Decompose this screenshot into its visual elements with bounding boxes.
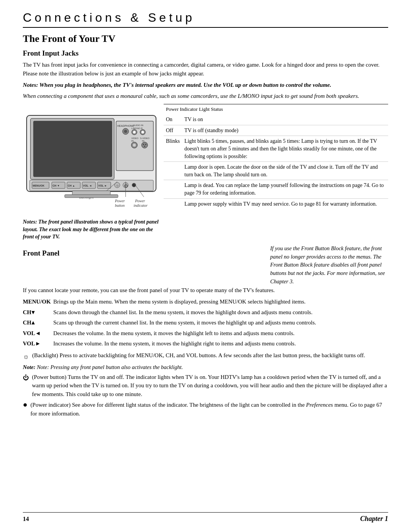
power-btn-row: ⏻ (Power button) Turns the TV on and off…: [23, 373, 388, 399]
svg-text:Power: Power: [135, 199, 145, 203]
section1-note1: Notes: When you plug in headphones, the …: [23, 81, 388, 89]
def-item: VOL► Increases the volume. In the menu s…: [23, 339, 388, 348]
power-table-container: Power Indicator Light Status OnTV is onO…: [164, 104, 388, 209]
backlight-icon: ☼: [23, 351, 29, 362]
def-list: MENU/OK Brings up the Main menu. When th…: [23, 297, 388, 348]
svg-point-12: [142, 131, 144, 134]
svg-point-20: [143, 144, 144, 145]
def-desc: Brings up the Main menu. When the menu s…: [53, 297, 388, 306]
front-panel-text-col: Front Panel: [23, 244, 265, 286]
def-desc: Decreases the volume. In the menu system…: [53, 329, 388, 338]
section1-note2: When connecting a component that uses a …: [23, 92, 388, 101]
svg-text:button: button: [115, 203, 125, 208]
power-table-title: Power Indicator Light Status: [164, 104, 388, 115]
svg-point-22: [144, 146, 145, 147]
backlight-desc: (Backlight) Press to activate backlighti…: [32, 351, 365, 360]
power-table-row: OnTV is on: [164, 114, 388, 125]
power-desc-cell: Lamp door is open. Locate the door on th…: [182, 162, 388, 180]
svg-point-16: [133, 144, 136, 147]
power-table-row: Lamp is dead. You can replace the lamp y…: [164, 180, 388, 198]
middle-section: HEADPHONE AUDIO IN L/MONO R VIDEO IN S: [23, 104, 388, 241]
front-panel-layout: Front Panel If you use the Front Button …: [23, 244, 388, 286]
svg-text:MENU/OK: MENU/OK: [33, 184, 45, 187]
power-table-row: Lamp power supply within TV may need ser…: [164, 198, 388, 209]
svg-rect-2: [33, 121, 112, 177]
svg-text:VOL ◄: VOL ◄: [83, 184, 92, 187]
power-status-cell: Off: [164, 125, 182, 136]
svg-text:L/MONO   R: L/MONO R: [131, 127, 143, 129]
power-status-cell: [164, 180, 182, 198]
svg-text:IN: IN: [131, 140, 134, 142]
power-btn-icon: ⏻: [23, 373, 29, 382]
def-desc: Increases the volume. In the menu system…: [53, 339, 388, 348]
svg-text:VIDEO: VIDEO: [131, 137, 139, 139]
power-indicator-table: Power Indicator Light Status OnTV is onO…: [164, 104, 388, 209]
backlight-note: Note: Note: Pressing any front panel but…: [23, 364, 388, 371]
footer: 14 Chapter 1: [23, 512, 388, 523]
backlight-label: (Backlight): [32, 352, 58, 358]
page-title: The Front of Your TV: [23, 33, 388, 45]
svg-rect-48: [65, 195, 118, 198]
section2-heading: Front Panel: [23, 249, 265, 257]
power-ind-label: (Power indicator): [30, 402, 70, 408]
header-section: Connections & Setup: [23, 0, 388, 28]
power-ind-icon: ●: [23, 401, 27, 408]
power-table-row: BlinksLight blinks 5 times, pauses, and …: [164, 136, 388, 162]
def-item: CH▾ Scans down through the channel list.…: [23, 308, 388, 317]
def-term: CH▴: [23, 318, 53, 327]
power-desc-cell: Lamp power supply within TV may need ser…: [182, 198, 388, 209]
svg-text:⏻: ⏻: [124, 184, 128, 188]
power-ind-row: ● (Power indicator) See above for differ…: [23, 401, 388, 418]
svg-text:AUDIO IN: AUDIO IN: [133, 124, 143, 126]
def-term: VOL◄: [23, 329, 53, 338]
power-btn-full-desc: Turns the TV on and off. The indicator l…: [32, 374, 387, 397]
svg-text:CH ▲: CH ▲: [68, 184, 75, 187]
header-title: Connections & Setup: [23, 11, 388, 25]
section1-body1: The TV has front input jacks for conveni…: [23, 61, 388, 78]
power-status-cell: [164, 198, 182, 209]
def-term: MENU/OK: [23, 297, 53, 306]
page-container: Connections & Setup The Front of Your TV…: [0, 0, 411, 532]
def-term: VOL►: [23, 339, 53, 348]
tv-svg: HEADPHONE AUDIO IN L/MONO R VIDEO IN S: [23, 104, 160, 214]
power-status-cell: Blinks: [164, 136, 182, 162]
power-desc-cell: TV is on: [182, 114, 388, 125]
power-ind-full-desc: See above for different light status of …: [30, 402, 382, 417]
backlight-full-desc: Press to activate backlighting for MENU/…: [60, 352, 365, 358]
power-table-row: OffTV is off (standby mode): [164, 125, 388, 136]
svg-text:indicator: indicator: [134, 203, 148, 208]
def-desc: Scans up through the current channel lis…: [53, 318, 388, 327]
power-ind-desc-text: (Power indicator) See above for differen…: [30, 401, 388, 418]
section1-heading: Front Input Jacks: [23, 49, 388, 58]
power-desc-cell: TV is off (standby mode): [182, 125, 388, 136]
svg-text:VOL ►: VOL ►: [98, 184, 107, 187]
footer-page-number: 14: [23, 516, 29, 522]
power-status-cell: [164, 162, 182, 180]
svg-text:HEADPHONE: HEADPHONE: [117, 125, 134, 127]
footer-chapter-label: Chapter 1: [360, 515, 388, 523]
front-panel-aside: If you use the Front Button Block featur…: [270, 244, 388, 286]
svg-point-21: [145, 144, 147, 145]
svg-text:CH ▼: CH ▼: [53, 184, 60, 187]
power-table-row: Lamp door is open. Locate the door on th…: [164, 162, 388, 180]
backlight-row: ☼ (Backlight) Press to activate backligh…: [23, 351, 388, 362]
def-item: MENU/OK Brings up the Main menu. When th…: [23, 297, 388, 306]
front-panel-section: Front Panel If you use the Front Button …: [23, 244, 388, 418]
svg-text:☼: ☼: [116, 183, 119, 187]
def-desc: Scans down through the channel list. In …: [53, 308, 388, 317]
svg-point-6: [124, 130, 127, 133]
def-item: VOL◄ Decreases the volume. In the menu s…: [23, 329, 388, 338]
svg-text:Power: Power: [115, 199, 125, 203]
svg-point-19: [142, 142, 148, 148]
note1-text: Notes: When you plug in headphones, the …: [23, 82, 331, 88]
def-term: CH▾: [23, 308, 53, 317]
diagram-caption: Notes: The front panel illustration show…: [23, 218, 160, 241]
section2-intro: If you cannot locate your remote, you ca…: [23, 286, 388, 295]
power-btn-label: (Power button): [32, 374, 66, 380]
power-btn-desc-text: (Power button) Turns the TV on and off. …: [32, 373, 388, 399]
svg-text:IN: IN: [142, 140, 144, 142]
power-status-cell: On: [164, 114, 182, 125]
svg-point-10: [133, 131, 136, 134]
def-item: CH▴ Scans up through the current channel…: [23, 318, 388, 327]
tv-diagram: HEADPHONE AUDIO IN L/MONO R VIDEO IN S: [23, 104, 160, 241]
